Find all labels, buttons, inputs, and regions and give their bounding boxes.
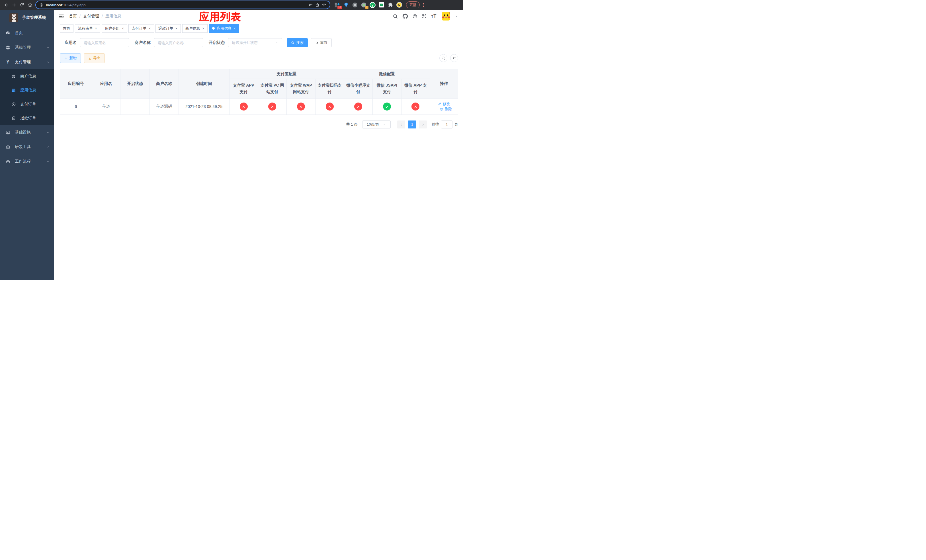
sidebar-item-label: 退款订单 <box>20 116 36 121</box>
table-toolbar: 新增 导出 <box>60 53 458 63</box>
channel-status-icon <box>412 103 419 110</box>
extension-kite-icon[interactable] <box>342 2 350 9</box>
close-icon[interactable]: × <box>233 26 236 30</box>
avatar-caret-icon[interactable] <box>454 14 458 18</box>
profile-avatar-icon[interactable] <box>395 2 402 9</box>
goto-label: 前往 <box>432 122 439 127</box>
share-icon[interactable] <box>315 3 319 7</box>
help-icon[interactable] <box>412 14 418 19</box>
extension-command-icon[interactable] <box>351 2 359 9</box>
url-path: :1024/pay/app <box>62 3 85 7</box>
sidebar-item-infrastructure[interactable]: 基础设施 <box>0 125 54 139</box>
github-icon[interactable] <box>402 14 408 19</box>
export-button[interactable]: 导出 <box>84 53 105 63</box>
password-key-icon[interactable] <box>309 3 313 7</box>
header-search-icon[interactable] <box>393 14 398 19</box>
refresh-table-button[interactable] <box>450 54 458 62</box>
tab-merchant-info[interactable]: 商户信息× <box>182 24 207 33</box>
col-group-wechat: 微信配置 <box>344 69 430 79</box>
sidebar-item-label: 基础设施 <box>15 130 31 135</box>
close-icon[interactable]: × <box>202 26 204 30</box>
sidebar-item-pay-order[interactable]: 支付订单 <box>0 97 54 111</box>
sidebar: 芋道管理系统 首页 系统管理 ¥ 支付管理 商户信息 应用信息 <box>0 10 54 280</box>
sidebar-item-workflow[interactable]: 工作流程 <box>0 154 54 169</box>
extension-chat-icon[interactable] <box>378 2 385 9</box>
browser-update-button[interactable]: 更新 <box>406 2 420 8</box>
sidebar-item-merchant-info[interactable]: 商户信息 <box>0 69 54 83</box>
status-select[interactable]: 请选择开启状态 <box>228 38 282 47</box>
toggle-search-button[interactable] <box>439 54 447 62</box>
page-number-button[interactable]: 1 <box>408 121 416 129</box>
page-size-select[interactable]: 10条/页 <box>362 121 391 129</box>
extension-blocks-icon[interactable]: 10 <box>334 2 341 9</box>
breadcrumb: 首页 / 支付管理 / 应用信息 <box>69 14 121 19</box>
extensions-puzzle-icon[interactable] <box>387 2 394 9</box>
sidebar-item-app-info[interactable]: 应用信息 <box>0 83 54 97</box>
pagination-total: 共 1 条 <box>346 122 358 127</box>
sidebar-collapse-icon[interactable] <box>58 14 64 20</box>
bookmark-star-icon[interactable] <box>322 3 326 7</box>
browser-menu-icon[interactable] <box>421 3 426 7</box>
fullscreen-icon[interactable] <box>422 14 427 19</box>
channel-status-icon <box>240 103 248 110</box>
sidebar-item-home[interactable]: 首页 <box>0 26 54 40</box>
close-icon[interactable]: × <box>95 26 97 30</box>
reset-button[interactable]: 重置 <box>311 38 332 47</box>
app-table: 应用编号 应用名 开启状态 商户名称 创建时间 支付宝配置 微信配置 操作 支付… <box>60 69 458 115</box>
breadcrumb-home[interactable]: 首页 <box>69 14 77 19</box>
browser-back-button[interactable] <box>2 1 10 9</box>
extension-recorder-icon[interactable]: 1 <box>360 2 367 9</box>
next-page-button[interactable] <box>419 121 427 129</box>
browser-home-button[interactable] <box>26 1 33 9</box>
goto-page-input[interactable] <box>441 121 452 129</box>
col-alipay-app: 支付宝 APP 支付 <box>229 79 258 98</box>
channel-status-icon <box>268 103 276 110</box>
breadcrumb-payment[interactable]: 支付管理 <box>83 14 99 19</box>
tab-user-group[interactable]: 用户分组× <box>101 24 127 33</box>
close-icon[interactable]: × <box>122 26 124 30</box>
col-group-alipay: 支付宝配置 <box>229 69 344 79</box>
tab-app-info[interactable]: 应用信息× <box>209 24 239 33</box>
site-info-icon[interactable] <box>39 3 44 7</box>
sidebar-item-label: 商户信息 <box>20 74 36 79</box>
tab-home[interactable]: 首页× <box>60 24 73 33</box>
channel-status-icon <box>297 103 305 110</box>
user-avatar[interactable] <box>442 12 450 21</box>
grid-icon <box>11 88 16 92</box>
browser-reload-button[interactable] <box>18 1 26 9</box>
dashboard-icon <box>5 30 10 35</box>
font-size-icon[interactable]: TT <box>431 14 437 19</box>
sidebar-item-refund-order[interactable]: 退款订单 <box>0 111 54 125</box>
chevron-down-icon <box>46 130 50 135</box>
app-name-label: 应用名 <box>65 40 77 45</box>
close-icon[interactable]: × <box>148 26 151 30</box>
delete-button[interactable]: 删除 <box>440 106 452 112</box>
app-name-input[interactable] <box>80 38 129 47</box>
close-icon[interactable]: × <box>176 26 178 30</box>
sidebar-item-label: 系统管理 <box>15 45 31 50</box>
sidebar-item-label: 工作流程 <box>15 159 31 164</box>
tab-pay-order[interactable]: 支付订单× <box>129 24 154 33</box>
cell-created: 2021-10-23 08:49:25 <box>179 98 229 115</box>
merchant-name-input[interactable] <box>154 38 203 47</box>
document-icon <box>11 116 16 121</box>
extension-yuque-icon[interactable]: y <box>369 2 376 9</box>
browser-forward-button[interactable] <box>10 1 18 9</box>
prev-page-button[interactable] <box>397 121 405 129</box>
edit-button[interactable]: 修改 <box>438 101 450 106</box>
col-wechat-jsapi: 微信 JSAPI 支付 <box>372 79 401 98</box>
chevron-down-icon <box>46 45 50 50</box>
channel-status-icon <box>354 103 362 110</box>
col-status: 开启状态 <box>121 69 150 98</box>
tab-process-form[interactable]: 流程表单× <box>75 24 100 33</box>
sidebar-item-payment[interactable]: ¥ 支付管理 <box>0 55 54 69</box>
tabs-view-bar: 首页× 流程表单× 用户分组× 支付订单× 退款订单× 商户信息× 应用信息× <box>54 23 463 34</box>
browser-toolbar: localhost:1024/pay/app 10 1 y 更新 <box>0 0 463 10</box>
sidebar-item-system[interactable]: 系统管理 <box>0 40 54 55</box>
address-bar[interactable]: localhost:1024/pay/app <box>36 1 330 9</box>
search-button[interactable]: 搜索 <box>287 38 308 47</box>
sidebar-item-dev-tools[interactable]: 研发工具 <box>0 139 54 154</box>
add-button[interactable]: 新增 <box>60 53 81 63</box>
tab-refund-order[interactable]: 退款订单× <box>156 24 181 33</box>
app-logo[interactable]: 芋道管理系统 <box>0 10 54 26</box>
